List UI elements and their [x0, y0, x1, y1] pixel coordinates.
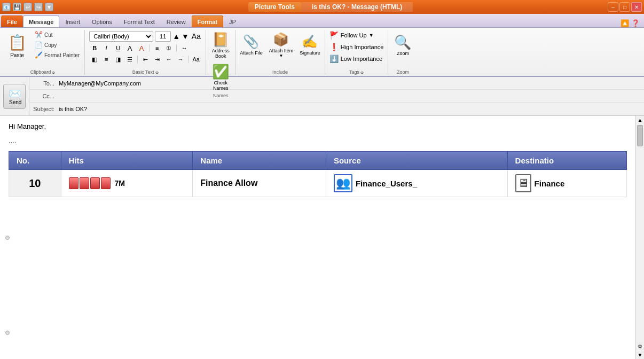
col-source: Source — [326, 152, 507, 170]
low-importance-button[interactable]: ⬇️ Low Importance — [327, 53, 384, 64]
follow-up-button[interactable]: 🚩 Follow Up ▼ — [327, 30, 376, 41]
selection-handle-bottom — [5, 331, 10, 335]
check-names-icon: ✅ — [212, 64, 229, 80]
tab-format-text[interactable]: Format Text — [118, 15, 161, 27]
tab-format[interactable]: Format — [192, 15, 223, 27]
address-book-icon: 📔 — [212, 32, 229, 48]
vertical-scrollbar[interactable]: ▲ ⚙ ▼ — [635, 116, 644, 359]
source-cell-content: 👥 Finance_Users_ — [334, 174, 500, 192]
numbering-button[interactable]: ① — [163, 43, 174, 53]
maximize-button[interactable]: □ — [619, 2, 630, 12]
save-icon[interactable]: 💾 — [13, 3, 21, 11]
tab-message[interactable]: Message — [23, 15, 59, 27]
cc-input[interactable] — [59, 93, 644, 99]
signature-icon: ✍️ — [302, 34, 318, 49]
high-importance-button[interactable]: ❗ High Importance — [327, 42, 386, 52]
ltr-button[interactable]: → — [175, 54, 186, 64]
email-body-wrapper: Hi Manager, .... No. Hits Name Source De… — [0, 116, 644, 359]
send-icon: ✉️ — [9, 88, 20, 99]
text-clear-format[interactable]: Aa — [192, 32, 201, 41]
close-button[interactable]: ✕ — [631, 2, 642, 12]
subject-label: Subject: — [29, 106, 59, 112]
align-left-button[interactable]: ◧ — [89, 54, 100, 64]
tab-file[interactable]: File — [1, 15, 23, 27]
copy-button[interactable]: 📄 Copy — [32, 40, 82, 50]
ribbon: 📋 Paste ✂️ Cut 📄 Copy 🖌️ Format Painter — [0, 28, 644, 77]
attach-file-button[interactable]: 📎 Attach File — [238, 30, 265, 60]
align-right-button[interactable]: ◨ — [113, 54, 123, 64]
separator4 — [188, 56, 189, 63]
aa-button[interactable]: Aa — [191, 54, 201, 64]
decrease-indent-button[interactable]: ⇤ — [140, 54, 151, 64]
attach-item-button[interactable]: 📦 Attach Item ▼ — [267, 30, 296, 60]
tags-expand[interactable]: ⬙ — [360, 70, 364, 75]
undo-icon[interactable]: ↩ — [23, 3, 32, 11]
col-hits: Hits — [61, 152, 193, 170]
text-highlight-button[interactable]: A — [124, 43, 135, 53]
email-body[interactable]: Hi Manager, .... No. Hits Name Source De… — [0, 116, 635, 359]
header-row: No. Hits Name Source Destinatio — [9, 152, 627, 170]
zoom-icon: 🔍 — [394, 34, 411, 51]
send-button[interactable]: ✉️ Send — [3, 84, 26, 109]
subject-input[interactable] — [59, 106, 644, 112]
send-btn-area: ✉️ Send — [0, 77, 29, 115]
names-group: 📔 Address Book ✅ Check Names Names — [206, 30, 235, 75]
scroll-up-button[interactable]: ▲ — [636, 116, 644, 124]
zoom-group: 🔍 Zoom Zoom — [388, 30, 417, 75]
tab-jp[interactable]: JP — [223, 15, 242, 27]
window-title: is this OK? - Message (HTML) — [301, 2, 413, 12]
underline-button[interactable]: U — [113, 43, 123, 53]
help-icon[interactable]: ❓ — [631, 19, 640, 27]
bar-4 — [101, 177, 111, 189]
ribbon-tabs: File Message Insert Options Format Text … — [0, 14, 644, 28]
cc-label[interactable]: Cc... — [29, 93, 59, 99]
quick-access-icon[interactable]: ▼ — [45, 3, 53, 11]
scroll-thumb[interactable] — [637, 125, 643, 146]
increase-indent-button[interactable]: ⇥ — [152, 54, 162, 64]
scroll-right-indicator[interactable]: ⚙ — [636, 342, 644, 350]
high-importance-icon: ❗ — [329, 43, 339, 51]
signature-button[interactable]: ✍️ Signature — [297, 30, 323, 60]
app-icon: 📧 — [2, 3, 11, 11]
to-input[interactable] — [59, 80, 644, 87]
collapse-icon[interactable]: 🔼 — [621, 19, 629, 27]
tab-options[interactable]: Options — [86, 15, 118, 27]
address-book-button[interactable]: 📔 Address Book — [208, 30, 233, 60]
redo-icon[interactable]: ↪ — [34, 3, 43, 11]
font-size-decrease[interactable]: ▼ — [182, 32, 189, 41]
scroll-down-button[interactable]: ▼ — [636, 351, 644, 359]
cut-icon: ✂️ — [35, 31, 43, 38]
zoom-button[interactable]: 🔍 Zoom — [390, 30, 415, 60]
format-painter-button[interactable]: 🖌️ Format Painter — [32, 50, 82, 60]
window-controls[interactable]: – □ ✕ — [608, 2, 642, 12]
text-expand[interactable]: ↔ — [179, 43, 190, 53]
basic-text-expand[interactable]: ⬙ — [155, 70, 159, 75]
font-color-button[interactable]: A — [136, 43, 147, 53]
font-size-increase[interactable]: ▲ — [172, 32, 180, 41]
tab-review[interactable]: Review — [161, 15, 192, 27]
cut-button[interactable]: ✂️ Cut — [32, 30, 82, 40]
clipboard-expand[interactable]: ⬙ — [52, 70, 55, 75]
ribbon-help[interactable]: 🔼 ❓ — [621, 19, 644, 27]
tab-insert[interactable]: Insert — [59, 15, 86, 27]
font-size-input[interactable] — [155, 31, 171, 42]
rtl-button[interactable]: ← — [163, 54, 174, 64]
italic-button[interactable]: I — [101, 43, 112, 53]
tags-content: 🚩 Follow Up ▼ ❗ High Importance ⬇️ Low I… — [327, 30, 386, 68]
paste-button[interactable]: 📋 Paste — [3, 30, 31, 62]
minimize-button[interactable]: – — [608, 2, 618, 12]
source-value: Finance_Users_ — [356, 179, 417, 188]
bar-1 — [69, 177, 78, 189]
bold-button[interactable]: B — [89, 43, 100, 53]
col-name: Name — [193, 152, 326, 170]
bullets-button[interactable]: ≡ — [152, 43, 162, 53]
basic-text-group: Calibri (Body) ▲ ▼ Aa B I U A A ≡ ① — [85, 30, 206, 75]
to-label[interactable]: To... — [29, 80, 59, 87]
align-center-button[interactable]: ≡ — [101, 54, 112, 64]
data-table: No. Hits Name Source Destinatio 10 — [9, 151, 627, 197]
check-names-button[interactable]: ✅ Check Names — [208, 62, 233, 92]
title-bar: 📧 💾 ↩ ↪ ▼ Picture Tools is this OK? - Me… — [0, 0, 644, 14]
cell-hits: 7M — [61, 170, 193, 197]
align-justify-button[interactable]: ☰ — [124, 54, 135, 64]
font-face-select[interactable]: Calibri (Body) — [89, 31, 153, 42]
